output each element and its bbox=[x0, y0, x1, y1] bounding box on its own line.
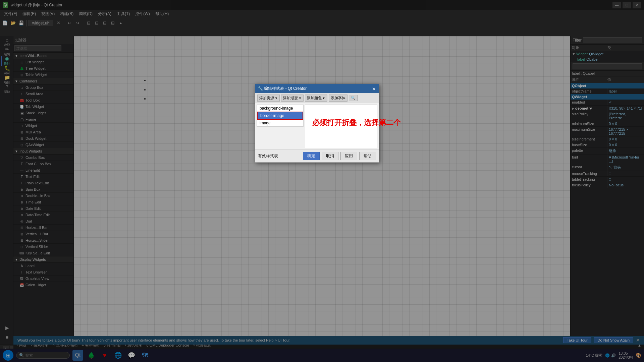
search-icon: 🔍 bbox=[351, 96, 356, 100]
list-item-image[interactable]: image bbox=[257, 120, 303, 126]
add-font-btn[interactable]: 添加字体 bbox=[329, 95, 347, 102]
modal-help-button[interactable]: 帮助 bbox=[359, 152, 376, 160]
add-gradient-arrow: ▼ bbox=[299, 97, 302, 100]
add-resource-label: 添加资源 bbox=[259, 96, 274, 101]
modal-text-area[interactable]: 必须打开折叠，选择第二个 bbox=[305, 105, 377, 148]
modal-overlay bbox=[0, 0, 644, 362]
add-color-label: 添加颜色 bbox=[307, 96, 322, 101]
modal-title-text: 🔧 编辑样式表 - Qt Creator bbox=[258, 86, 307, 92]
search-btn[interactable]: 🔍 bbox=[349, 95, 358, 101]
modal-editor: 必须打开折叠，选择第二个 bbox=[305, 105, 377, 148]
add-color-arrow: ▼ bbox=[322, 97, 325, 100]
add-color-btn[interactable]: 添加颜色 ▼ bbox=[305, 95, 327, 102]
add-resource-arrow: ▼ bbox=[275, 97, 278, 100]
modal-body: background-image border-image image 必须打开… bbox=[255, 103, 379, 149]
list-item-bg-image[interactable]: background-image bbox=[257, 105, 303, 112]
modal-title-bar: 🔧 编辑样式表 - Qt Creator ✕ bbox=[255, 84, 379, 93]
instruction-text: 必须打开折叠，选择第二个 bbox=[312, 118, 401, 128]
add-gradient-label: 添加渐变 bbox=[283, 96, 298, 101]
modal-ok-button[interactable]: 确定 bbox=[303, 152, 320, 160]
modal-footer: 有效样式表 确定 取消 应用 帮助 bbox=[255, 149, 379, 162]
valid-style-label: 有效样式表 bbox=[258, 153, 301, 159]
modal-cancel-button[interactable]: 取消 bbox=[322, 152, 338, 160]
modal-list-container: background-image border-image image bbox=[257, 105, 304, 148]
add-font-label: 添加字体 bbox=[331, 96, 345, 101]
modal-apply-button[interactable]: 应用 bbox=[340, 152, 357, 160]
add-gradient-btn[interactable]: 添加渐变 ▼ bbox=[281, 95, 304, 102]
list-item-border-image[interactable]: border-image bbox=[257, 112, 303, 120]
modal-content: background-image border-image image 必须打开… bbox=[257, 105, 377, 148]
style-editor-dialog: 🔧 编辑样式表 - Qt Creator ✕ 添加资源 ▼ 添加渐变 ▼ 添加颜… bbox=[255, 84, 379, 163]
modal-list: background-image border-image image bbox=[257, 105, 304, 127]
add-resource-btn[interactable]: 添加资源 ▼ bbox=[257, 95, 280, 102]
modal-toolbar: 添加资源 ▼ 添加渐变 ▼ 添加颜色 ▼ 添加字体 🔍 bbox=[255, 93, 379, 103]
modal-close-button[interactable]: ✕ bbox=[372, 86, 376, 92]
